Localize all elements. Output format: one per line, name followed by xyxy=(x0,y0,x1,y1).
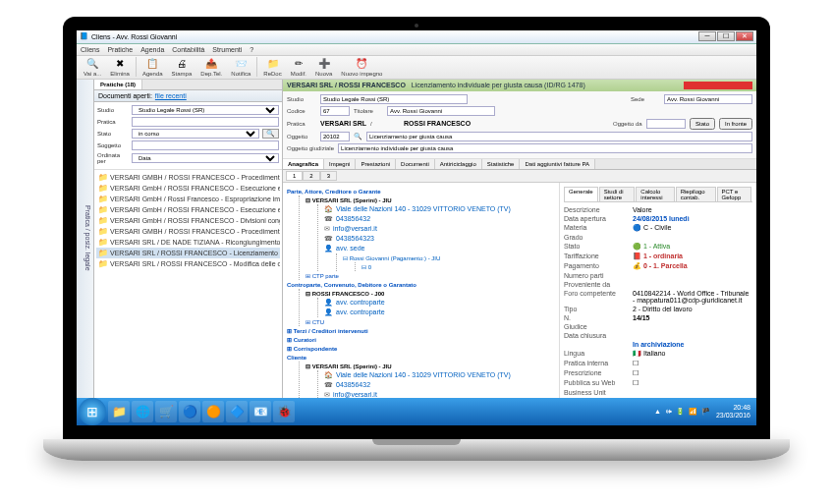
tree-party[interactable]: ⊟ VERSARI SRL (Sperini) - JIU xyxy=(305,362,555,370)
case-item[interactable]: 📁VERSARI SRL / ROSSI FRANCESCO - Modific… xyxy=(96,258,280,269)
tree-leaf[interactable]: ☎043856432 xyxy=(324,214,555,224)
recent-files-link[interactable]: file recenti xyxy=(155,92,187,99)
tree-leaf[interactable]: ⊞ CTP parte xyxy=(305,271,555,280)
stato-button[interactable]: Stato xyxy=(690,118,715,130)
tab-pratiche[interactable]: Pratiche (18) xyxy=(94,80,142,89)
close-button[interactable]: ✕ xyxy=(736,31,753,41)
taskbar-app[interactable]: 🛒 xyxy=(155,401,177,422)
tray-icon[interactable]: 🏴 xyxy=(701,408,710,416)
tree-section[interactable]: Parte, Attore, Creditore o Garante xyxy=(287,187,555,196)
detail-tab[interactable]: Dati aggiuntivi fatture PA xyxy=(520,159,595,169)
taskbar-app[interactable]: 🌐 xyxy=(132,401,153,422)
soggetto-input[interactable] xyxy=(132,140,279,150)
menu-item[interactable]: ? xyxy=(250,46,253,53)
menu-item[interactable]: Contabilità xyxy=(172,46,204,53)
tool-edit[interactable]: ✏Modif. xyxy=(288,57,309,78)
order-select[interactable]: Data xyxy=(132,153,279,163)
pratica-input[interactable] xyxy=(132,117,279,127)
subtab[interactable]: 2 xyxy=(303,171,319,181)
detail-tab[interactable]: Prestazioni xyxy=(356,159,396,169)
clock[interactable]: 20:4823/03/2016 xyxy=(716,404,750,419)
case-item[interactable]: 📁VERSARI SRL / ROSSI FRANCESCO - Licenzi… xyxy=(96,248,280,258)
tool-delete[interactable]: ✖Elimina xyxy=(107,57,133,78)
tool-redoc[interactable]: 📁ReDoc xyxy=(260,57,284,78)
detail-tab[interactable]: Impegni xyxy=(324,159,356,169)
search-btn[interactable]: 🔍 xyxy=(262,129,279,139)
cf-codice[interactable] xyxy=(320,106,350,116)
tree-leaf[interactable]: ⊞ CTU xyxy=(305,317,555,326)
cf-ogg-giud[interactable] xyxy=(338,143,752,153)
studio-select[interactable]: Studio Legale Rossi (SR) xyxy=(132,105,279,115)
menu-item[interactable]: Cliens xyxy=(81,46,99,53)
tree-leaf[interactable]: ⊟ Rossi Giovanni (Pagamento:) - JIU xyxy=(343,253,555,262)
start-button[interactable]: ⊞ xyxy=(79,398,106,425)
cf-oggda[interactable] xyxy=(646,119,686,129)
detail-tab[interactable]: Documenti xyxy=(396,159,435,169)
tree-party[interactable]: ⊟ VERSARI SRL (Sperini) - JIU xyxy=(305,196,555,204)
cf-oggetto[interactable] xyxy=(366,132,752,141)
tree-leaf[interactable]: 👤avv. controparte xyxy=(324,308,555,317)
subtab[interactable]: 3 xyxy=(320,171,337,181)
prop-tab[interactable]: PCT e Gefopp xyxy=(717,187,751,201)
fronte-button[interactable]: In fronte xyxy=(719,118,752,130)
case-item[interactable]: 📁VERSARI GmbH / ROSSI FRANCESCO - Esecuz… xyxy=(96,183,280,194)
prop-tab[interactable]: Studi di settore xyxy=(599,187,636,201)
tree-leaf[interactable]: 👤avv. sede xyxy=(324,244,555,253)
taskbar-app[interactable]: 🐞 xyxy=(273,401,295,422)
taskbar-app[interactable]: 🔵 xyxy=(179,401,200,422)
case-item[interactable]: 📁VERSARI GmbH / Rossi Francesco - Esprop… xyxy=(96,194,280,204)
tree-leaf[interactable]: ☎043856432 xyxy=(324,380,555,390)
tray-icon[interactable]: 📶 xyxy=(689,408,697,416)
tool-agenda[interactable]: 📋Agenda xyxy=(139,57,166,78)
taskbar-app[interactable]: 📁 xyxy=(108,401,130,422)
detail-tab[interactable]: Statistiche xyxy=(482,159,521,169)
tool-goto[interactable]: 🔍Vai a... xyxy=(81,57,104,78)
maximize-button[interactable]: ☐ xyxy=(717,31,735,41)
case-item[interactable]: 📁VERSARI GmbH / ROSSI FRANCESCO - Divisi… xyxy=(96,215,280,226)
detail-tab[interactable]: Anagrafica xyxy=(283,159,324,169)
stato-select[interactable]: in corso xyxy=(132,129,259,139)
prop-tab[interactable]: Calcolo interessi xyxy=(636,187,674,201)
tree-party[interactable]: ⊟ ROSSI FRANCESCO - J00 xyxy=(305,289,555,298)
tree-leaf[interactable]: ⊟ 0 xyxy=(361,262,555,271)
prop-tab[interactable]: Riepilogo contab. xyxy=(676,187,716,201)
case-item[interactable]: 📁VERSARI GMBH / ROSSI FRANCESCO - Proced… xyxy=(96,226,280,237)
cf-studio[interactable] xyxy=(320,94,468,104)
menu-item[interactable]: Agenda xyxy=(140,46,164,53)
taskbar-app[interactable]: 🔷 xyxy=(226,401,248,422)
vertical-sidebar[interactable]: Pratica / posiz. legale xyxy=(77,80,94,398)
detail-tab[interactable]: Antiriciclaggio xyxy=(435,159,482,169)
tool-print[interactable]: 🖨Stampa xyxy=(169,57,195,78)
tree-leaf[interactable]: 🏠Viale delle Nazioni 140 - 31029 VITTORI… xyxy=(324,204,555,214)
tool-new-task[interactable]: ⏰Nuovo impegno xyxy=(338,57,385,78)
tree-leaf[interactable]: ✉info@versari.it xyxy=(324,224,555,234)
case-item[interactable]: 📁VERSARI GmbH / ROSSI FRANCESCO - Esecuz… xyxy=(96,204,280,215)
tree-section[interactable]: ⊞ Terzi / Creditori intervenuti xyxy=(287,326,555,335)
tray-icon[interactable]: 🔋 xyxy=(676,408,685,416)
menu-item[interactable]: Pratiche xyxy=(107,46,133,53)
prop-tab[interactable]: Generale xyxy=(564,187,598,201)
tree-section[interactable]: Cliente xyxy=(287,353,555,362)
tray-icon[interactable]: ▲ xyxy=(654,408,661,416)
subtab[interactable]: 1 xyxy=(286,171,303,181)
tree-section[interactable]: Controparte, Convenuto, Debitore o Garan… xyxy=(287,280,555,289)
tree-leaf[interactable]: 🏠Viale delle Nazioni 140 - 31029 VITTORI… xyxy=(324,370,555,380)
taskbar-app[interactable]: 🟠 xyxy=(202,401,224,422)
tool-deptel[interactable]: 📤Dep.Tel. xyxy=(197,57,225,78)
menu-item[interactable]: Strumenti xyxy=(212,46,242,53)
tree-leaf[interactable]: ☎0438564323 xyxy=(324,234,555,244)
taskbar-app[interactable]: 📧 xyxy=(250,401,271,422)
tree-section[interactable]: ⊞ Corrispondente xyxy=(287,344,555,353)
case-item[interactable]: 📁VERSARI SRL / DE NADE TIZIANA - Ricongi… xyxy=(96,237,280,248)
case-item[interactable]: 📁VERSARI GMBH / ROSSI FRANCESCO - Proced… xyxy=(96,172,280,183)
tree-leaf[interactable]: 👤avv. controparte xyxy=(324,298,555,308)
minimize-button[interactable]: ─ xyxy=(698,31,716,41)
tray-icon[interactable]: 🕪 xyxy=(665,408,672,416)
lookup-icon[interactable]: 🔍 xyxy=(354,133,362,140)
tree-leaf[interactable]: ✉info@versari.it xyxy=(324,390,555,398)
cf-sede[interactable] xyxy=(664,94,752,104)
cf-titolare[interactable] xyxy=(387,106,495,116)
cf-oggcode[interactable] xyxy=(320,132,350,141)
tool-notify[interactable]: 📨Notifica xyxy=(228,57,253,78)
tool-new[interactable]: ➕Nuova xyxy=(312,57,335,78)
